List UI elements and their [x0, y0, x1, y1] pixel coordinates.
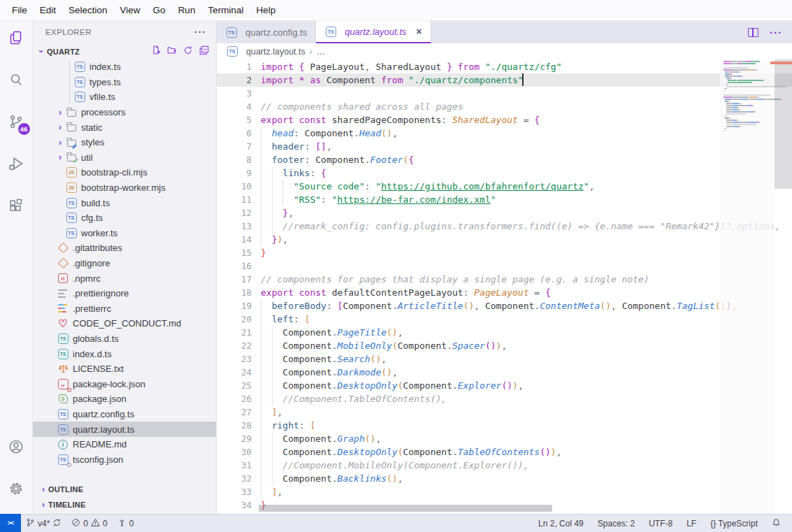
activity-run-debug[interactable] [0, 147, 33, 180]
tree-item-processors[interactable]: ›processors [33, 105, 216, 120]
new-folder-icon[interactable] [167, 45, 177, 58]
status-problems[interactable]: 00 [66, 518, 112, 529]
breadcrumb-more[interactable]: … [317, 47, 326, 57]
tree-item-license-txt[interactable]: LICENSE.txt [33, 361, 216, 377]
status-eol[interactable]: LF [679, 519, 703, 529]
close-icon[interactable]: × [416, 27, 422, 36]
activity-search[interactable] [0, 63, 33, 96]
code-line-10: 10 "Source code": "https://github.com/bf… [217, 180, 792, 193]
tree-item-vfile-ts[interactable]: TSvfile.ts [33, 89, 216, 105]
tree-item-bootstrap-cli-mjs[interactable]: JSbootstrap-cli.mjs [33, 165, 216, 180]
code-text: Component.MobileOnly(Component.Spacer())… [261, 339, 507, 352]
activity-explorer[interactable] [0, 21, 33, 54]
minimap-line [723, 76, 742, 77]
folder-icon [65, 107, 78, 118]
code-editor[interactable]: 1import { PageLayout, SharedLayout } fro… [217, 59, 792, 514]
tree-item-util[interactable]: ›✓util [33, 150, 216, 166]
tree-item--gitignore[interactable]: .gitignore [33, 256, 216, 271]
tree-item-static[interactable]: ›static [33, 120, 216, 135]
panel-outline[interactable]: ›OUTLINE [33, 482, 216, 497]
menu-run[interactable]: Run [172, 2, 202, 18]
section-header-quartz[interactable]: › QUARTZ [33, 43, 216, 59]
tree-item--prettierignore[interactable]: .prettierignore [33, 286, 216, 301]
code-line-16: 16 [217, 259, 792, 273]
vertical-scrollbar[interactable] [775, 59, 792, 514]
dts-file-icon: TS [57, 333, 69, 344]
code-text: //Component.TableOfContents(), [261, 392, 447, 405]
tab-bar: TSquartz.config.tsTSquartz.layout.ts× ··… [217, 21, 792, 43]
tree-item-worker-ts[interactable]: TSworker.ts [33, 226, 216, 241]
code-line-15: 15} [217, 246, 792, 259]
breadcrumb-file[interactable]: quartz.layout.ts [246, 47, 305, 57]
tree-item-build-ts[interactable]: TSbuild.ts [33, 195, 216, 210]
menu-help[interactable]: Help [250, 2, 282, 18]
status-language[interactable]: {} TypeScript [703, 519, 765, 529]
status-branch[interactable]: v4* [21, 518, 66, 529]
ts-file-icon: TS [73, 76, 86, 87]
tree-item-index-ts[interactable]: TSindex.ts [33, 59, 216, 75]
tree-item--gitattributes[interactable]: .gitattributes [33, 240, 216, 256]
vscode-window: { "colors": { "accent": "#8936d9", "remo… [0, 0, 792, 532]
status-ports[interactable]: 0 [113, 518, 139, 529]
code-text: header: [], [261, 140, 332, 153]
tree-item--npmrc[interactable]: n.npmrc [33, 271, 216, 286]
tree-item-package-lock-json[interactable]: ␣package-lock.json [33, 376, 216, 391]
sidebar-more-actions[interactable]: ··· [194, 27, 206, 38]
line-number: 18 [217, 286, 252, 299]
code-text: Component.PageTitle(), [261, 326, 403, 339]
tree-item-readme-md[interactable]: iREADME.md [33, 437, 216, 452]
tree-item-styles[interactable]: ›styles [33, 135, 216, 150]
menu-file[interactable]: File [6, 2, 34, 18]
tree-item-globals-d-ts[interactable]: TSglobals.d.ts [33, 331, 216, 347]
code-line-19: 19 beforeBody: [Component.ArticleTitle()… [217, 299, 792, 312]
more-actions-icon[interactable]: ··· [770, 27, 782, 38]
activity-settings[interactable] [0, 472, 33, 505]
minimap[interactable] [720, 59, 775, 514]
new-file-icon[interactable] [151, 45, 161, 58]
split-editor-icon[interactable] [748, 28, 758, 37]
vertical-scrollbar-slider[interactable] [775, 59, 792, 189]
tree-item-index-d-ts[interactable]: TSindex.d.ts [33, 346, 216, 361]
menu-terminal[interactable]: Terminal [201, 2, 250, 18]
code-text: Component.Graph(), [261, 432, 381, 445]
status-indentation[interactable]: Spaces: 2 [591, 519, 642, 529]
file-tree: TSindex.tsTStypes.tsTSvfile.ts›processor… [33, 59, 216, 467]
activity-accounts[interactable] [0, 430, 33, 463]
status-text: UTF-8 [649, 519, 672, 529]
tree-item-quartz-config-ts[interactable]: TSquartz.config.ts [33, 407, 216, 422]
menu-go[interactable]: Go [147, 2, 172, 18]
activity-extensions[interactable] [0, 189, 33, 222]
code-line-11: 11 "RSS": "https://be-far.com/index.xml" [217, 193, 792, 206]
refresh-icon[interactable] [183, 45, 193, 58]
tree-item-label: package.json [73, 394, 127, 404]
tree-item-bootstrap-worker-mjs[interactable]: JSbootstrap-worker.mjs [33, 180, 216, 196]
menu-selection[interactable]: Selection [62, 2, 114, 18]
remote-indicator[interactable]: >< [0, 514, 21, 532]
activity-source-control[interactable]: 46 [0, 105, 33, 138]
tree-item-label: quartz.layout.ts [73, 424, 134, 435]
panel-timeline[interactable]: ›TIMELINE [33, 497, 216, 512]
tree-item-types-ts[interactable]: TStypes.ts [33, 75, 216, 90]
tree-item-code-of-conduct-md[interactable]: ♡CODE_OF_CONDUCT.md [33, 316, 216, 331]
code-text: // components shared across all pages [261, 100, 463, 113]
status-encoding[interactable]: UTF-8 [642, 519, 679, 529]
horizontal-scrollbar[interactable] [259, 505, 552, 512]
tab-quartz-layout-ts[interactable]: TSquartz.layout.ts× [316, 21, 431, 43]
tree-item-tsconfig-json[interactable]: TStsconfig.json [33, 452, 216, 467]
menu-view[interactable]: View [114, 2, 147, 18]
status-text: Ln 2, Col 49 [538, 519, 584, 529]
collapse-all-icon[interactable] [199, 45, 209, 58]
code-of-conduct-icon: ♡ [57, 318, 69, 329]
menu-edit[interactable]: Edit [34, 2, 62, 18]
tsconfig-icon: TS [57, 454, 69, 465]
code-text: }, [261, 206, 294, 220]
tree-item-quartz-layout-ts[interactable]: TSquartz.layout.ts [33, 422, 216, 437]
code-text: Component.DesktopOnly(Component.Explorer… [261, 379, 524, 392]
tree-item--prettierrc[interactable]: .prettierrc [33, 301, 216, 317]
tree-item-cfg-ts[interactable]: TScfg.ts [33, 210, 216, 226]
status-cursor-position[interactable]: Ln 2, Col 49 [531, 519, 591, 529]
code-line-24: 24 Component.Darkmode(), [217, 366, 792, 379]
status-notifications[interactable] [765, 518, 788, 529]
tree-item-package-json[interactable]: Spackage.json [33, 391, 216, 407]
tab-quartz-config-ts[interactable]: TSquartz.config.ts [217, 21, 316, 43]
